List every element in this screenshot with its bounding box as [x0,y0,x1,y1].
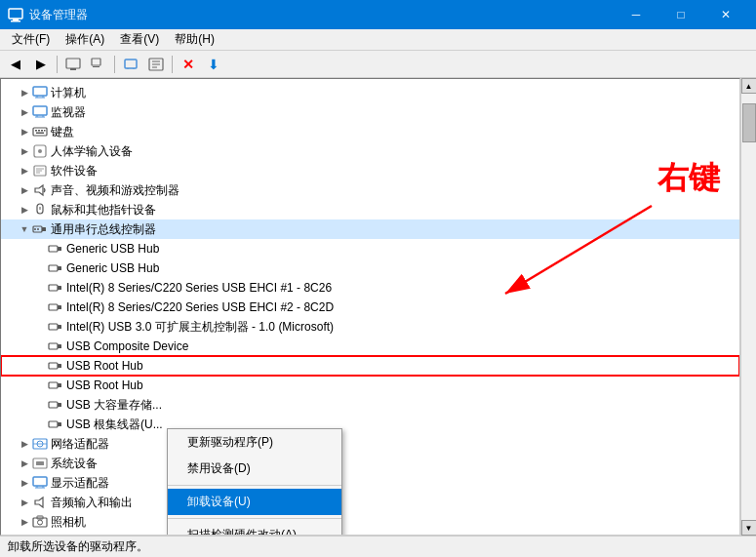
tree-item-usb-mass[interactable]: USB 大容量存储... [1,395,739,415]
tree-item-usb-root[interactable]: ▼ 通用串行总线控制器 [1,219,739,239]
minimize-button[interactable]: ─ [614,0,658,29]
svg-rect-54 [58,364,61,368]
tree-item-label: 通用串行总线控制器 [51,221,156,238]
usb-controller-icon [32,221,48,237]
usb-hub-icon-2 [48,260,63,276]
svg-rect-52 [58,344,61,348]
svg-rect-43 [49,265,58,271]
ctx-update-driver[interactable]: 更新驱动程序(P) [168,429,341,456]
tree-item-intel-xhci[interactable]: Intel(R) USB 3.0 可扩展主机控制器 - 1.0 (Microso… [1,317,739,337]
tree-item-intel-ehci-1[interactable]: Intel(R) 8 Series/C220 Series USB EHCI #… [1,278,739,298]
tree-item-label: 显示适配器 [51,475,109,492]
scan-button[interactable]: ⬇ [202,54,225,75]
ctx-separator-2 [168,518,341,519]
expand-audio-io[interactable]: ▶ [17,495,32,510]
toolbar-btn-4[interactable] [144,54,168,75]
expand-network[interactable]: ▶ [17,436,32,452]
status-bar: 卸载所选设备的驱动程序。 [0,536,756,557]
close-button[interactable]: ✕ [703,0,748,29]
svg-marker-70 [35,497,43,507]
svg-rect-53 [49,363,58,369]
tree-item-usb-root-hub-1[interactable]: USB Root Hub [1,356,739,376]
svg-rect-4 [70,68,76,70]
ctx-separator-1 [168,485,341,486]
svg-rect-51 [49,343,58,349]
usb-root-cn-icon [48,417,63,432]
forward-button[interactable]: ▶ [29,54,53,75]
tree-item-label: 照相机 [51,514,86,531]
tree-item-network[interactable]: ▶ 网络适配器 [1,434,739,454]
svg-rect-41 [49,246,58,252]
svg-rect-55 [49,382,58,388]
menu-view[interactable]: 查看(V) [112,29,167,50]
expand-camera[interactable]: ▶ [17,514,32,530]
toolbar-btn-3[interactable] [119,54,142,75]
toolbar-btn-1[interactable] [61,54,85,75]
expand-hid[interactable]: ▶ [17,143,32,159]
expand-keyboard[interactable]: ▶ [17,124,32,139]
tree-item-intel-ehci-2[interactable]: Intel(R) 8 Series/C220 Series USB EHCI #… [1,298,739,317]
expand-generic-hub-1 [32,241,48,257]
tree-item-generic-hub-2[interactable]: Generic USB Hub [1,259,739,278]
svg-rect-45 [49,285,58,291]
usb-hub-icon [48,241,63,257]
intel-icon-1 [48,280,63,296]
expand-mouse[interactable]: ▶ [17,202,32,218]
svg-rect-1 [13,19,19,20]
tree-item-hid[interactable]: ▶ 人体学输入设备 [1,141,739,161]
tree-item-mouse[interactable]: ▶ 鼠标和其他指针设备 [1,200,739,219]
tree-item-label: 人体学输入设备 [51,143,133,160]
scroll-up-button[interactable]: ▲ [741,78,757,94]
network-icon [32,436,48,452]
back-button[interactable]: ◀ [4,54,27,75]
expand-usb[interactable]: ▼ [17,221,32,237]
svg-rect-47 [49,304,58,310]
expand-monitor[interactable]: ▶ [17,104,32,120]
tree-item-camera[interactable]: ▶ 照相机 [1,512,739,532]
usb-root-hub-icon-1 [48,358,63,374]
scroll-thumb[interactable] [742,103,756,142]
device-tree[interactable]: ▶ 计算机 ▶ 监视器 ▶ 键盘 ▶ [0,78,740,536]
tree-item-generic-hub-1[interactable]: Generic USB Hub [1,239,739,259]
menu-file[interactable]: 文件(F) [4,29,58,50]
svg-rect-58 [58,403,61,407]
hid-icon [32,143,48,159]
scroll-down-button[interactable]: ▼ [741,520,757,536]
tree-item-label: Generic USB Hub [66,261,159,275]
expand-computer[interactable]: ▶ [17,85,32,100]
tree-item-keyboard[interactable]: ▶ 键盘 [1,122,739,141]
tree-item-computer[interactable]: ▶ 计算机 [1,83,739,102]
tree-item-label: USB 根集线器(U... [66,417,163,433]
uninstall-button[interactable]: ✕ [177,54,200,75]
expand-display[interactable]: ▶ [17,475,32,491]
toolbar-btn-2[interactable] [87,54,110,75]
expand-system[interactable]: ▶ [17,456,32,471]
tree-item-system[interactable]: ▶ 系统设备 [1,454,739,473]
tree-item-usb-root-hub-2[interactable]: USB Root Hub [1,376,739,395]
mouse-icon [32,202,48,218]
ctx-disable-device[interactable]: 禁用设备(D) [168,456,341,482]
keyboard-icon [32,124,48,139]
menu-bar: 文件(F) 操作(A) 查看(V) 帮助(H) [0,29,756,51]
tree-item-audio[interactable]: ▶ 声音、视频和游戏控制器 [1,180,739,200]
menu-help[interactable]: 帮助(H) [167,29,222,50]
scroll-track[interactable] [741,94,757,520]
ctx-uninstall-device[interactable]: 卸载设备(U) [168,489,341,515]
tree-item-display[interactable]: ▶ 显示适配器 [1,473,739,493]
tree-item-audio-io[interactable]: ▶ 音频输入和输出 [1,493,739,512]
tree-item-software[interactable]: ▶ 软件设备 [1,161,739,180]
ctx-scan-hardware[interactable]: 扫描检测硬件改动(A) [168,522,341,536]
context-menu: 更新驱动程序(P) 禁用设备(D) 卸载设备(U) 扫描检测硬件改动(A) 属性… [167,428,342,536]
tree-item-label: 软件设备 [51,163,98,179]
expand-audio[interactable]: ▶ [17,182,32,198]
svg-rect-27 [36,133,44,135]
menu-action[interactable]: 操作(A) [58,29,112,50]
expand-software[interactable]: ▶ [17,163,32,179]
tree-item-usb-root-cn[interactable]: USB 根集线器(U... [1,415,739,434]
svg-rect-60 [58,422,61,426]
tree-item-monitor[interactable]: ▶ 监视器 [1,102,739,122]
tree-item-composite[interactable]: USB Composite Device [1,337,739,356]
maximize-button[interactable]: □ [658,0,703,29]
svg-point-29 [38,149,42,153]
vertical-scrollbar[interactable]: ▲ ▼ [740,78,756,536]
